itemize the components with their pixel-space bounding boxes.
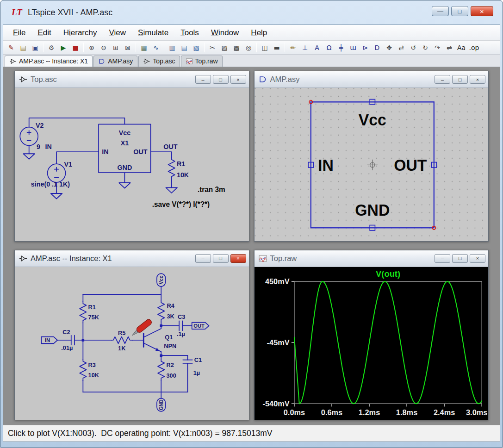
r3-name-label[interactable]: R3 xyxy=(88,361,96,368)
plot-settings-button[interactable]: ∿ xyxy=(150,42,162,53)
tab-amp-asy[interactable]: AMP.asy xyxy=(93,56,137,67)
save-button[interactable]: ▣ xyxy=(30,42,41,53)
text-button[interactable]: Aa xyxy=(456,42,467,53)
minimize-button[interactable]: – xyxy=(435,75,450,84)
r3-value-label[interactable]: 10K xyxy=(88,371,99,378)
voltage-source-v1[interactable] xyxy=(48,164,66,182)
menu-simulate[interactable]: Simulate xyxy=(132,26,174,40)
diode-button[interactable]: ⊳ xyxy=(360,42,371,53)
zoom-back-button[interactable]: ⊖ xyxy=(98,42,110,53)
top-asc-schematic[interactable]: V2 9 V1 sine(0 .1 1K) IN OUT Vcc X1 IN O… xyxy=(15,88,249,241)
child-titlebar[interactable]: Top.raw – □ × xyxy=(255,250,489,267)
zoom-in-button[interactable]: ⊕ xyxy=(86,42,98,53)
capacitor-c3[interactable] xyxy=(179,321,182,330)
zoom-extents-button[interactable]: ⊠ xyxy=(122,42,134,53)
r2-name-label[interactable]: R2 xyxy=(166,361,174,368)
mirror-button[interactable]: ⇌ xyxy=(444,42,455,53)
waveform-canvas[interactable]: V(out) 450mV-45mV-540mV0.0ms0.6ms1.2ms1.… xyxy=(255,267,489,420)
minimize-button[interactable]: – xyxy=(195,75,211,84)
resistor-r3[interactable] xyxy=(80,359,86,380)
r4-name-label[interactable]: R4 xyxy=(167,302,174,309)
window-titlebar[interactable]: LT LTspice XVII - AMP.asc xyxy=(0,0,503,25)
child-titlebar[interactable]: AMP.asc -- Instance: X1 – □ × xyxy=(15,250,249,267)
schematic-canvas[interactable]: IN OUT Vcc GND xyxy=(15,267,249,420)
maximize-button[interactable]: □ xyxy=(451,6,468,16)
y-axis-label[interactable]: -540mV xyxy=(262,399,289,408)
voltage-source-v2[interactable] xyxy=(20,127,38,146)
child-titlebar[interactable]: AMP.asy – □ × xyxy=(255,71,489,88)
r1-value-label[interactable]: 75K xyxy=(88,314,99,321)
spice-directive-button[interactable]: .op xyxy=(468,42,481,53)
maximize-button[interactable]: □ xyxy=(452,254,468,263)
capacitor-c1[interactable] xyxy=(183,360,192,363)
resistor-button[interactable]: Ω xyxy=(323,42,335,53)
tile-horizontal-button[interactable]: ▥ xyxy=(167,42,178,53)
resistor-r1[interactable] xyxy=(80,301,86,323)
undo-button[interactable]: ↺ xyxy=(408,42,419,53)
paste-button[interactable]: ▩ xyxy=(231,42,242,53)
maximize-button[interactable]: □ xyxy=(452,75,468,84)
c2-value-label[interactable]: .01µ xyxy=(61,344,73,351)
pin-label-vcc[interactable]: Vcc xyxy=(358,111,386,128)
menu-tools[interactable]: Tools xyxy=(174,26,205,40)
r2-value-label[interactable]: 300 xyxy=(166,372,176,379)
trace-title[interactable]: V(out) xyxy=(375,268,400,278)
redo-button[interactable]: ↻ xyxy=(420,42,431,53)
inductor-button[interactable]: ɯ xyxy=(348,42,359,53)
x-axis-label[interactable]: 3.0ms xyxy=(466,408,487,416)
menu-view[interactable]: View xyxy=(103,26,132,40)
r1-name-label[interactable]: R1 xyxy=(88,304,96,311)
x-axis-label[interactable]: 1.8ms xyxy=(396,408,417,416)
y-axis-label[interactable]: 450mV xyxy=(265,277,289,286)
capacitor-button[interactable]: ╪ xyxy=(335,42,347,53)
minimize-button[interactable]: — xyxy=(432,6,449,16)
schematic-canvas[interactable]: V2 9 V1 sine(0 .1 1K) IN OUT Vcc X1 IN O… xyxy=(15,88,249,241)
transistor-q1[interactable] xyxy=(143,325,161,351)
amp-asc-schematic[interactable]: IN OUT Vcc GND xyxy=(15,267,249,420)
waveform-plot[interactable]: V(out) 450mV-45mV-540mV0.0ms0.6ms1.2ms1.… xyxy=(255,267,489,420)
vcc-flag-label[interactable]: Vcc xyxy=(159,275,164,284)
component-button[interactable]: D xyxy=(372,42,383,53)
menu-window[interactable]: Window xyxy=(205,26,245,40)
resistor-r5[interactable] xyxy=(112,336,133,343)
maximize-button[interactable]: □ xyxy=(213,254,229,263)
close-button[interactable]: × xyxy=(470,75,485,84)
x-axis-label[interactable]: 2.4ms xyxy=(433,408,454,416)
pin-label-in[interactable]: IN xyxy=(318,156,334,174)
x-axis-label[interactable]: 1.2ms xyxy=(358,408,379,416)
open-button[interactable]: ▤ xyxy=(18,42,29,53)
symbol-canvas[interactable]: Vcc IN OUT GND xyxy=(255,88,489,241)
r5-value-label[interactable]: 1K xyxy=(118,344,126,351)
resistor-r4[interactable] xyxy=(158,300,164,322)
cascade-button[interactable]: ▧ xyxy=(191,42,202,53)
net-label-out[interactable]: OUT xyxy=(163,143,177,150)
run-button[interactable]: ▶ xyxy=(58,42,69,53)
tile-vertical-button[interactable]: ▤ xyxy=(179,42,190,53)
tab-top-raw[interactable]: Top.raw xyxy=(181,56,223,67)
x-axis-label[interactable]: 0.6ms xyxy=(321,408,342,416)
cut-button[interactable]: ✂ xyxy=(207,42,218,53)
control-panel-button[interactable]: ⚙ xyxy=(46,42,57,53)
new-schematic-button[interactable]: ✎ xyxy=(6,42,17,53)
save-directive[interactable]: .save V(*?*) I(*?*) xyxy=(152,200,210,208)
v1-name-label[interactable]: V1 xyxy=(64,161,72,168)
q1-value-label[interactable]: NPN xyxy=(164,342,176,349)
find-button[interactable]: ◎ xyxy=(243,42,255,53)
move-button[interactable]: ✥ xyxy=(384,42,395,53)
net-label-in[interactable]: IN xyxy=(45,143,51,150)
tab-amp-asc-instance-x1[interactable]: AMP.asc -- Instance: X1 xyxy=(5,56,93,67)
wire-button[interactable]: ✏ xyxy=(287,42,299,53)
maximize-button[interactable]: □ xyxy=(213,75,229,84)
pin-label-out[interactable]: OUT xyxy=(394,156,427,174)
print-button[interactable]: ▬ xyxy=(271,42,283,53)
c3-name-label[interactable]: C3 xyxy=(178,313,185,320)
y-axis-label[interactable]: -45mV xyxy=(267,338,289,347)
port-out-label[interactable]: OUT xyxy=(193,323,205,328)
label-net-button[interactable]: A xyxy=(311,42,323,53)
drag-button[interactable]: ⇄ xyxy=(396,42,407,53)
minimize-button[interactable]: – xyxy=(195,254,211,263)
ground-symbols[interactable] xyxy=(23,154,177,199)
r1-value-label[interactable]: 10K xyxy=(177,171,189,179)
close-button[interactable]: × xyxy=(470,254,485,263)
grid-button[interactable]: ▦ xyxy=(138,42,150,53)
